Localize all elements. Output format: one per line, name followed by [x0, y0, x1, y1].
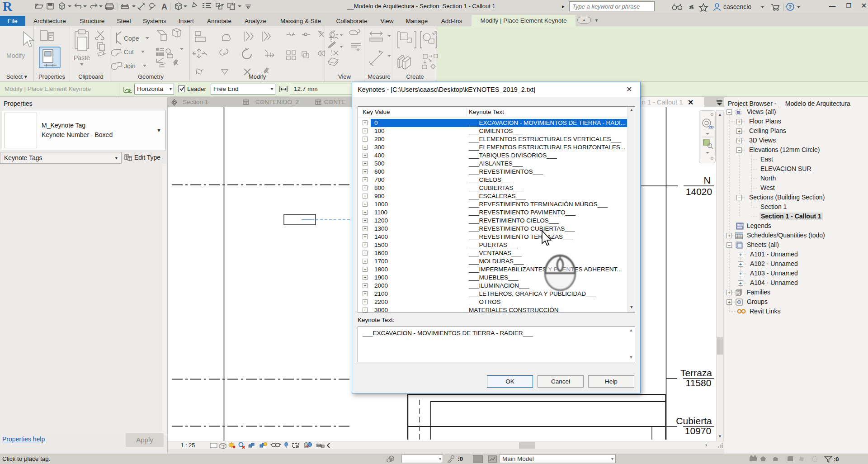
svg-text:Join: Join	[124, 62, 136, 70]
svg-text:?: ?	[788, 4, 792, 10]
svg-text:Terraza: Terraza	[680, 368, 712, 378]
svg-text:Modify: Modify	[6, 52, 25, 59]
svg-text:Cut: Cut	[124, 48, 134, 56]
svg-text:A: A	[161, 2, 167, 11]
svg-text:14020: 14020	[686, 186, 712, 197]
svg-text:N: N	[703, 175, 710, 185]
svg-text:Paste: Paste	[74, 54, 90, 62]
svg-text:10970: 10970	[685, 426, 711, 436]
svg-text:Cope: Cope	[124, 35, 139, 42]
svg-text:R: R	[3, 0, 13, 13]
svg-text:cascencio: cascencio	[723, 3, 751, 10]
svg-text:Cubierta: Cubierta	[676, 416, 712, 426]
svg-text::0: :0	[834, 456, 839, 463]
svg-text:2D: 2D	[708, 125, 714, 129]
svg-text:11580: 11580	[686, 378, 712, 388]
